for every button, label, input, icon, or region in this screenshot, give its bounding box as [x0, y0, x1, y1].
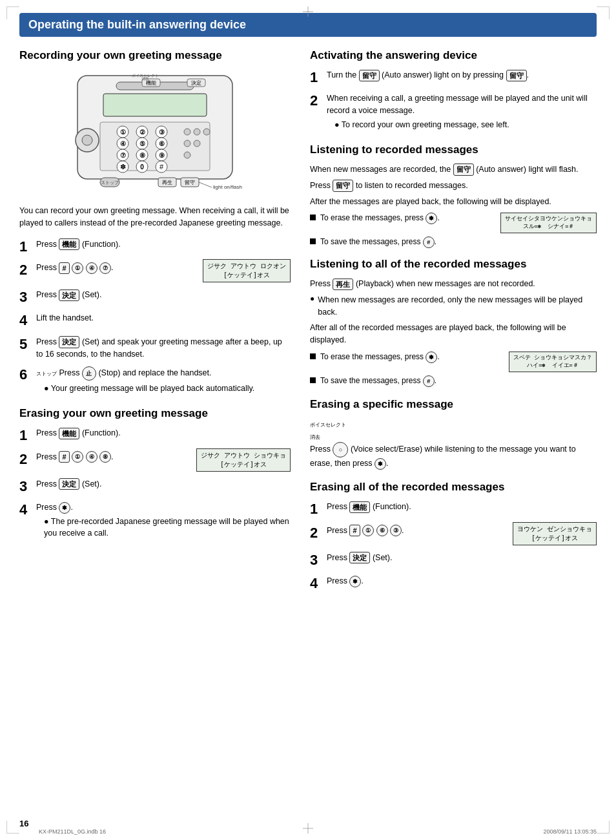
hash-btn: # — [59, 262, 69, 274]
svg-text:✽: ✽ — [120, 163, 126, 171]
svg-text:④: ④ — [120, 140, 126, 147]
svg-text:機能: 機能 — [146, 80, 156, 86]
listening-press: Press 留守 to listen to recorded messages. — [310, 180, 597, 192]
bullet-save2: To save the messages, press #. — [310, 375, 597, 387]
center-cross-top — [303, 6, 313, 17]
svg-text:①: ① — [120, 129, 126, 136]
function-btn2: 機能 — [59, 428, 79, 439]
step-act-2: 2 When receiving a call, a greeting mess… — [310, 92, 597, 131]
num4-btn: ④ — [86, 262, 98, 274]
page-number: 16 — [19, 819, 28, 828]
step-num: 6 — [19, 366, 34, 383]
playback-btn: 再生 — [333, 278, 353, 290]
svg-text:⑨: ⑨ — [159, 152, 165, 159]
set-btn4: 決定 — [349, 552, 370, 563]
star-btn: ✽ — [59, 502, 70, 514]
svg-text:⑥: ⑥ — [159, 140, 165, 147]
num4-btn2: ④ — [86, 451, 98, 463]
step-rec-5: 5 Press 決定 (Set) and speak your greeting… — [19, 336, 291, 361]
step-num: 1 — [19, 238, 34, 255]
step-num: 4 — [310, 575, 324, 592]
num8-btn: ⑧ — [99, 451, 111, 463]
step-num: 3 — [19, 478, 34, 495]
step-num: 5 — [19, 336, 34, 353]
function-btn: 機能 — [59, 238, 79, 250]
set-btn2: 決定 — [59, 336, 79, 348]
step-era-2: 2 Press # ① ④ ⑧. ジサク アウトウ ショウキョ[ケッテイ]オス — [19, 451, 291, 472]
step-act-1: 1 Turn the 留守 (Auto answer) light on by … — [310, 69, 597, 86]
bullet-erase2: To erase the messages, press ✽. スベテ ショウキ… — [310, 352, 597, 372]
svg-text:③: ③ — [159, 129, 165, 136]
num1-btn: ① — [72, 262, 83, 274]
step-content: Press # ① ④ ⑦. — [36, 262, 198, 274]
step-num: 3 — [310, 552, 324, 569]
svg-point-31 — [194, 129, 200, 135]
bullet-square3 — [310, 353, 316, 359]
svg-text:⑧: ⑧ — [139, 152, 145, 159]
step-content: Press # ① ⑥ ③. — [327, 525, 508, 537]
section-erase-specific-title: Erasing a specific message — [310, 397, 597, 412]
step-content: Lift the handset. — [36, 312, 291, 324]
svg-text:⑤: ⑤ — [139, 140, 145, 147]
phone-svg: ① ② ③ ④ ⑤ ⑥ ⑦ ⑧ — [52, 69, 258, 198]
stop-btn: 止 — [82, 366, 96, 381]
section-activating-title: Activating the answering device — [310, 48, 597, 63]
bullet-square2 — [310, 238, 316, 244]
col-left: Recording your own greeting message ① — [19, 48, 291, 598]
display-box-rec2: ジサク アウトウ ロクオン[ケッテイ]オス — [203, 259, 291, 282]
step-eral-4: 4 Press ✽. — [310, 575, 597, 592]
step-content: ストップ Press 止 (Stop) and replace the hand… — [36, 366, 291, 395]
step-content: Press 機能 (Function). — [327, 501, 597, 513]
step-rec-2: 2 Press # ① ④ ⑦. ジサク アウトウ ロクオン[ケッテイ]オス — [19, 262, 291, 282]
svg-rect-5 — [100, 122, 210, 171]
corner-mark-tl — [6, 6, 19, 19]
bullet-square4 — [310, 377, 316, 383]
section-erasing-title: Erasing your own greeting message — [19, 406, 291, 421]
page-wrapper: Operating the built-in answering device … — [0, 0, 616, 840]
step-content: Press # ① ④ ⑧. — [36, 451, 191, 463]
step-rec-6: 6 ストップ Press 止 (Stop) and replace the ha… — [19, 366, 291, 395]
step-content: Turn the 留守 (Auto answer) light on by pr… — [327, 69, 597, 81]
hash-btn4: # — [423, 375, 435, 387]
phone-diagram: ① ② ③ ④ ⑤ ⑥ ⑦ ⑧ — [52, 69, 258, 198]
step-rec-4: 4 Lift the handset. — [19, 312, 291, 329]
step-num: 1 — [310, 69, 324, 86]
svg-point-33 — [184, 140, 190, 147]
bullet-square — [310, 215, 316, 220]
function-btn3: 機能 — [349, 501, 370, 513]
listening-all-after: After all of the recorded messages are p… — [310, 322, 597, 346]
section-erase-all-title: Erasing all of the recorded messages — [310, 480, 597, 494]
star-btn2: ✽ — [426, 213, 437, 224]
step-content: Press 機能 (Function). — [36, 427, 291, 439]
svg-rect-4 — [103, 94, 207, 116]
main-content: Recording your own greeting message ① — [19, 48, 597, 598]
ruimori-btn: 留守 — [359, 70, 380, 81]
star-btn4: ✽ — [375, 458, 386, 470]
svg-point-37 — [82, 135, 92, 145]
listening-after: After the messages are played back, the … — [310, 196, 597, 208]
footer-right: 2008/09/11 13:05:35 — [543, 828, 597, 835]
step-content: Press 決定 (Set). — [36, 478, 291, 490]
step-content: Press 決定 (Set) and speak your greeting m… — [36, 336, 291, 361]
footer-left: KX-PM211DL_0G.indb 16 — [39, 828, 106, 835]
svg-text:light on/flash: light on/flash — [213, 184, 242, 190]
svg-point-35 — [184, 152, 190, 158]
step-content: Press 決定 (Set). — [36, 289, 291, 301]
svg-line-51 — [199, 182, 212, 187]
num1-btn3: ① — [362, 525, 374, 536]
step-num: 2 — [19, 262, 34, 278]
ruimori-btn2: 留守 — [506, 70, 527, 81]
set-btn3: 決定 — [59, 478, 79, 490]
step-era-4: 4 Press ✽. ● The pre-recorded Japanese g… — [19, 501, 291, 540]
set-btn: 決定 — [59, 289, 79, 301]
svg-text:決定: 決定 — [191, 80, 201, 86]
svg-text:0: 0 — [140, 163, 144, 171]
svg-text:②: ② — [139, 129, 145, 136]
star-btn3: ✽ — [426, 352, 437, 363]
step-num: 1 — [19, 427, 34, 444]
voice-select-btn: ○ — [333, 442, 348, 457]
step-num: 4 — [19, 501, 34, 518]
ruimori-btn3: 留守 — [453, 163, 474, 175]
section-recording-title: Recording your own greeting message — [19, 48, 291, 63]
listening-all-press: Press 再生 (Playback) when new messages ar… — [310, 278, 597, 290]
